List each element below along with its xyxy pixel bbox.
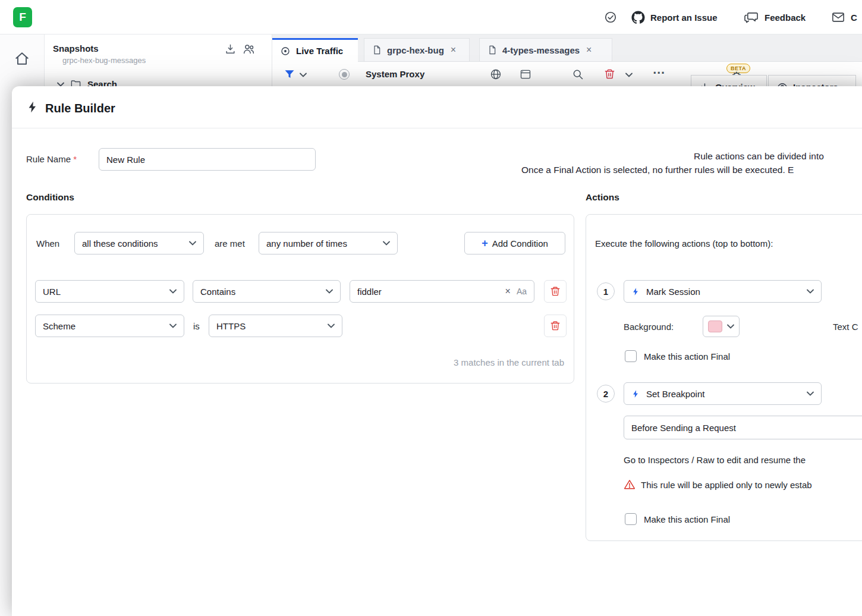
dropdown-value: URL [43,287,61,297]
match-case-toggle[interactable]: Aa [517,287,527,296]
app-logo[interactable]: F [13,7,32,27]
text-color-label: Text C [833,315,858,338]
are-met-label: are met [215,232,245,254]
report-issue-button[interactable]: Report an Issue [631,0,718,34]
delete-condition-button[interactable] [544,280,567,303]
background-color-dropdown[interactable] [703,316,740,337]
dropdown-value: HTTPS [216,321,246,331]
chevron-down-icon [189,241,196,246]
top-bar: F Report an Issue Feedback C [0,0,862,34]
plus-icon: + [482,238,488,249]
action-type-dropdown[interactable]: Mark Session [624,280,822,303]
app-window: F Report an Issue Feedback C [0,0,862,616]
dropdown-value: Contains [200,287,235,297]
dropdown-value: Scheme [43,321,75,331]
make-final-checkbox[interactable] [625,350,637,362]
filter-button[interactable] [284,69,295,80]
tab-close-icon[interactable]: × [585,45,592,55]
snapshots-download-button[interactable] [225,43,236,55]
background-label: Background: [624,315,674,338]
trash-icon [550,286,561,297]
lightning-icon [631,389,640,398]
browser-window-icon [520,68,531,80]
chevron-down-icon [807,289,814,294]
dropdown-value: all these conditions [82,238,158,249]
rule-name-input[interactable]: New Rule [99,148,316,171]
tab-strip: Live Traffic grpc-hex-bug × 4-types-mess… [272,34,862,62]
tab-4-types-messages[interactable]: 4-types-messages × [479,38,612,62]
dropdown-value: Set Breakpoint [646,389,704,399]
action-number-badge: 2 [597,385,615,403]
condition-field-dropdown[interactable]: URL [35,280,184,303]
home-button[interactable] [14,51,30,67]
filter-dropdown-chevron[interactable] [300,73,307,77]
condition-operator-dropdown[interactable]: Contains [193,280,341,303]
warning-triangle-icon [624,479,636,491]
clear-value-icon[interactable]: × [505,286,511,297]
chevron-down-icon [169,323,177,328]
chevron-down-icon [383,241,390,246]
status-check-button[interactable] [604,0,617,34]
warning-text: This rule will be applied only to newly … [641,480,812,490]
tab-live-traffic[interactable]: Live Traffic [272,38,358,62]
capture-toggle-button[interactable] [339,69,350,80]
snapshot-item-partial[interactable]: grpc-hex-bug-messages [62,56,259,65]
condition-match-type-dropdown[interactable]: all these conditions [74,232,204,254]
chevron-down-icon [169,289,177,294]
matches-count-text: 3 matches in the current tab [454,357,564,367]
chevron-down-icon [300,73,307,77]
add-condition-button[interactable]: + Add Condition [464,232,565,254]
contact-button[interactable]: C [831,0,857,34]
home-icon [14,51,30,67]
dropdown-value: Mark Session [646,287,700,297]
contact-label: C [851,12,857,23]
action-number-badge: 1 [597,282,615,300]
color-swatch [708,320,722,332]
breakpoint-note: Go to Inspectors / Raw to edit and resum… [624,455,806,465]
condition-value: fiddler [357,287,499,297]
tab-grpc-hex-bug[interactable]: grpc-hex-bug × [364,38,470,62]
trash-icon [550,320,561,331]
tab-close-icon[interactable]: × [449,45,456,55]
add-condition-label: Add Condition [492,238,548,249]
rule-builder-header-icon-wrap [26,100,39,114]
modal-title: Rule Builder [45,102,115,115]
lightning-icon [26,100,39,114]
system-proxy-label[interactable]: System Proxy [366,69,424,79]
condition-value-dropdown[interactable]: HTTPS [209,315,342,337]
rule-name-label: Rule Name * [26,154,77,164]
rule-info-line1: Rule actions can be divided into [694,151,824,162]
trash-icon [604,68,615,80]
make-final-checkbox[interactable] [625,513,637,525]
tab-label: 4-types-messages [502,45,580,55]
execute-actions-label: Execute the following actions (top to bo… [595,238,773,249]
check-circle-icon [604,11,617,24]
proxy-globe-button[interactable] [490,68,502,80]
delete-dropdown-chevron[interactable] [625,73,633,77]
search-sessions-button[interactable] [572,68,584,80]
more-options-button[interactable]: ⋯ [653,65,665,80]
timing-value: Before Sending a Request [631,423,736,433]
when-label: When [36,232,59,254]
record-dot-icon [342,72,347,77]
feedback-button[interactable]: Feedback [744,0,806,34]
globe-icon [490,68,502,80]
action-type-dropdown[interactable]: Set Breakpoint [624,382,822,405]
condition-value-input[interactable]: fiddler × Aa [350,280,534,303]
snapshots-share-button[interactable] [243,43,255,55]
download-icon [225,43,236,55]
rule-builder-modal: Rule Builder Rule Name * New Rule Rule a… [12,86,862,616]
make-final-label: Make this action Final [644,514,730,524]
condition-times-dropdown[interactable]: any number of times [259,232,398,254]
required-asterisk: * [73,154,77,164]
delete-condition-button[interactable] [544,315,567,337]
condition-field-dropdown[interactable]: Scheme [35,315,184,337]
github-icon [631,11,645,24]
document-icon [372,45,382,55]
dropdown-value: any number of times [266,238,347,249]
search-icon [572,68,584,80]
browser-capture-button[interactable] [520,68,531,80]
snapshots-title: Snapshots [53,43,99,54]
delete-sessions-button[interactable] [604,68,615,80]
breakpoint-timing-input[interactable]: Before Sending a Request [624,416,862,439]
